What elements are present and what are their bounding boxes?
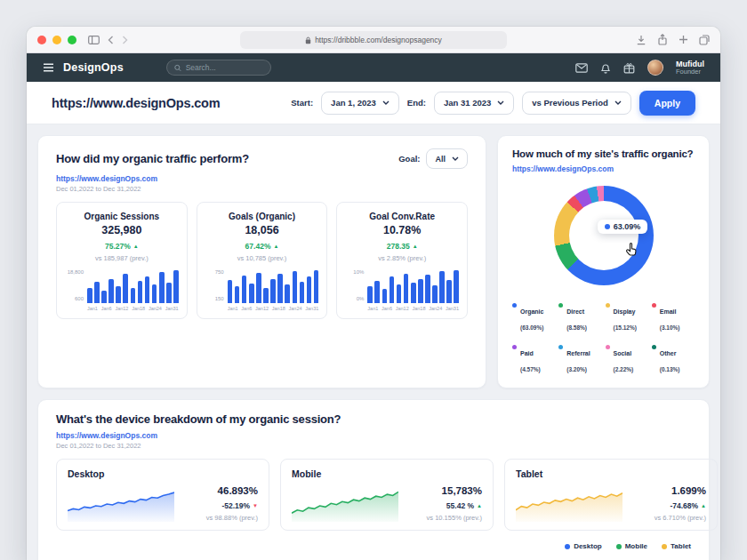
chevron-down-icon [497,100,504,105]
y-axis-bottom-label: 600 [75,296,84,301]
end-date-select[interactable]: Jan 31 2023 [434,92,514,115]
legend-item-referral[interactable]: Referral (3.20%) [558,343,601,375]
legend-name: Direct [566,308,584,315]
device-value: 15,783% [407,485,482,496]
legend-item-desktop[interactable]: Desktop [565,542,602,550]
legend-item-direct[interactable]: Direct (8.58%) [558,301,601,333]
bar [94,282,100,303]
x-tick: Jan31 [165,306,179,311]
chevron-down-icon [452,156,459,161]
minimize-button[interactable] [52,36,61,44]
tab-overview-icon[interactable] [699,35,710,45]
y-axis-bottom-label: 150 [215,296,224,301]
x-tick: Jan1 [367,306,378,311]
legend-name: Email [660,308,677,315]
filters-toolbar: https://www.designOps.com Start: Jan 1, … [27,82,720,124]
device-card-tablet[interactable]: Tablet 1.699% -74.68% ▲ vs 6.710% (prev.… [504,459,718,531]
metric-change: 278.35 [387,242,410,251]
bar [108,279,114,303]
bell-icon[interactable] [600,62,611,74]
legend-name: Display [614,308,636,315]
goal-label: Goal: [398,154,420,164]
legend-name: Organic [520,308,543,315]
x-tick: Jan12 [255,306,269,311]
legend-item-other[interactable]: Other (0.13%) [652,343,695,375]
start-date-select[interactable]: Jan 1, 2023 [321,92,399,115]
user-info[interactable]: Mufidul Founder [676,60,704,76]
device-card-desktop[interactable]: Desktop 46.893% -52.19% ▼ vs 98.88% (pre… [56,459,269,531]
x-axis-labels: Jan1 Jan6 Jan12 Jan18 Jan24 Jan31 [367,306,459,311]
new-tab-icon[interactable] [679,35,688,44]
x-tick: Jan12 [396,306,409,311]
legend-item-social[interactable]: Social (2.22%) [606,343,648,375]
download-icon[interactable] [636,35,647,45]
sidebar-toggle-icon[interactable] [88,36,100,44]
bar [138,281,143,303]
device-legend: Desktop Mobile Tablet [56,542,691,550]
device-card-url[interactable]: https://www.designOps.com [56,431,691,440]
legend-dot [512,303,517,308]
avatar[interactable] [647,60,663,76]
gift-icon[interactable] [623,62,635,74]
device-vs-prev: vs 98.88% (prev.) [183,514,258,522]
lock-icon [305,36,311,44]
bar [270,279,276,303]
menu-icon[interactable] [43,63,54,72]
legend-dot [652,303,656,308]
chevron-down-icon [382,100,390,105]
trend-arrow-icon: ▲ [477,503,482,508]
bar [166,283,172,303]
start-date-value: Jan 1, 2023 [331,98,376,108]
donut-chart[interactable]: 63.09% [554,186,654,285]
bar [300,282,305,303]
mail-icon[interactable] [575,63,588,73]
x-axis-labels: Jan1 Jan6 Jan12 Jan18 Jan24 Jan31 [228,306,319,311]
address-bar[interactable]: https://dribbble.com/designopsagency [240,31,507,49]
bar [382,289,388,303]
device-card-mobile[interactable]: Mobile 15,783% 55.42 % ▲ vs 10.155% (pre… [280,459,494,531]
legend-item-email[interactable]: Email (3.10%) [652,301,695,333]
legend-item-organic[interactable]: Organic (63.09%) [512,301,555,333]
metric-card-organic-sessions[interactable]: Organic Sessions 325,980 75.27% ▲ vs 185… [56,202,188,319]
apply-button[interactable]: Apply [639,91,695,116]
share-icon[interactable] [657,34,668,45]
metric-bar-chart: 750 150 Jan1 Jan6 Jan12 Jan18 [205,269,319,311]
user-role: Founder [676,68,704,76]
donut-card-url[interactable]: https://www.designOps.com [512,164,695,173]
trend-arrow-icon: ▲ [413,244,418,249]
y-axis-top-label: 18,800 [68,269,84,275]
device-card-title: What's the device breakdown of my organi… [56,412,691,426]
organic-card-url[interactable]: https://www.designOps.com [56,174,468,183]
trend-arrow-icon: ▼ [253,503,258,508]
legend-pct: (4.57%) [520,366,541,372]
legend-dot [558,303,563,308]
legend-item-mobile[interactable]: Mobile [616,542,647,550]
bar [249,284,254,303]
metric-card-goal-conv-rate[interactable]: Goal Conv.Rate 10.78% 278.35 ▲ vs 2.85% … [336,202,468,319]
zoom-button[interactable] [68,36,76,44]
app-header: DesignOps Mufidul [27,53,720,82]
legend-pct: (63.09%) [520,324,543,331]
legend-item-paid[interactable]: Paid (4.57%) [512,343,555,375]
metric-card-goals-organic[interactable]: Goals (Organic) 18,056 67.42% ▲ vs 10,78… [197,202,328,319]
end-date-value: Jan 31 2023 [444,98,491,108]
search-input[interactable] [186,63,263,72]
close-button[interactable] [37,36,46,44]
metric-title: Goals (Organic) [205,212,319,221]
legend-dot [662,544,667,549]
brand-logo[interactable]: DesignOps [63,61,124,74]
back-icon[interactable] [108,36,114,44]
x-axis-labels: Jan1 Jan6 Jan12 Jan18 Jan24 Jan31 [87,306,179,311]
compare-period-select[interactable]: vs Previous Period [522,92,631,115]
header-actions: Mufidul Founder [575,60,704,76]
legend-dot [616,544,622,549]
metric-title: Organic Sessions [65,212,179,221]
forward-icon[interactable] [122,36,128,44]
x-tick: Jan12 [115,306,128,311]
legend-item-tablet[interactable]: Tablet [662,542,691,550]
header-search[interactable] [166,60,271,76]
metric-change: 67.42% [245,242,271,251]
goal-select[interactable]: All [426,148,468,169]
legend-item-display[interactable]: Display (15.12%) [606,301,648,333]
metric-title: Goal Conv.Rate [345,212,459,221]
